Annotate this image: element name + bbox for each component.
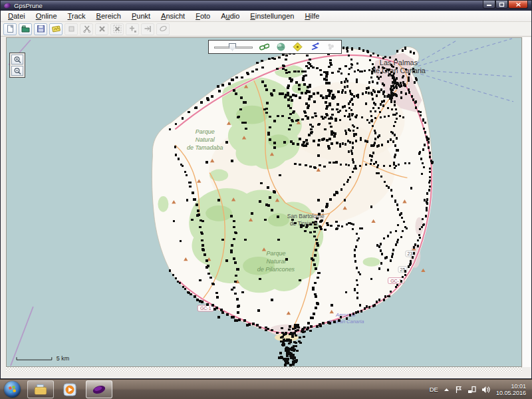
track-point[interactable] [311,131,313,134]
track-point[interactable] [286,354,289,357]
track-point[interactable] [317,303,319,305]
track-point[interactable] [412,256,414,259]
track-point[interactable] [353,134,356,137]
track-point[interactable] [312,221,315,224]
track-point[interactable] [320,74,323,76]
track-point[interactable] [358,47,361,50]
track-point[interactable] [340,316,342,319]
track-point[interactable] [270,92,273,95]
track-point[interactable] [312,66,315,69]
track-point[interactable] [354,165,357,168]
track-point[interactable] [282,68,285,70]
track-point[interactable] [380,76,382,78]
window-splitter[interactable] [6,367,522,372]
track-point[interactable] [382,104,385,107]
track-point[interactable] [282,342,285,344]
track-point[interactable] [310,317,313,319]
track-point[interactable] [241,76,243,79]
track-point[interactable] [424,144,426,146]
track-point[interactable] [303,75,305,78]
track-point[interactable] [410,187,413,190]
track-point[interactable] [307,322,310,325]
track-point[interactable] [303,83,306,86]
track-point[interactable] [402,116,405,119]
track-point[interactable] [285,55,288,57]
track-point[interactable] [351,113,354,116]
track-point[interactable] [394,121,397,124]
track-point[interactable] [378,66,380,68]
track-point[interactable] [199,279,201,282]
track-point[interactable] [366,50,369,53]
track-point[interactable] [205,161,208,164]
track-point[interactable] [175,277,178,280]
track-point[interactable] [422,218,424,221]
track-point[interactable] [305,164,307,167]
track-point[interactable] [403,221,406,223]
track-point[interactable] [257,309,260,312]
track-point[interactable] [233,89,235,92]
track-point[interactable] [288,71,291,74]
track-point[interactable] [394,100,396,103]
track-point[interactable] [315,295,317,298]
track-point[interactable] [400,82,402,84]
menu-bereich[interactable]: Bereich [91,11,126,21]
track-point[interactable] [404,47,407,49]
track-point[interactable] [297,70,300,73]
track-point[interactable] [426,202,429,205]
track-point[interactable] [383,67,386,70]
track-point[interactable] [428,182,431,184]
track-point[interactable] [315,227,318,229]
track-point[interactable] [370,92,373,94]
track-point[interactable] [382,57,385,60]
track-point[interactable] [324,128,327,131]
track-point[interactable] [244,101,247,104]
track-point[interactable] [266,102,269,104]
track-point[interactable] [201,301,203,303]
track-point[interactable] [402,49,404,52]
track-point[interactable] [314,254,317,257]
track-point[interactable] [392,94,395,96]
track-point[interactable] [338,319,340,322]
track-point[interactable] [313,100,316,103]
track-point[interactable] [345,291,348,294]
track-point[interactable] [299,279,301,282]
track-point[interactable] [361,227,364,230]
track-point[interactable] [196,214,199,217]
track-point[interactable] [352,161,355,164]
track-point[interactable] [348,102,350,105]
track-point[interactable] [395,230,398,233]
track-point[interactable] [269,116,271,118]
track-point[interactable] [321,209,324,212]
slider-thumb[interactable] [229,43,236,51]
track-point[interactable] [310,325,313,328]
track-point[interactable] [333,135,336,138]
track-point[interactable] [324,229,327,231]
track-point[interactable] [317,277,319,279]
track-point[interactable] [348,128,350,131]
track-point[interactable] [271,209,273,211]
track-point[interactable] [396,50,399,53]
track-point[interactable] [378,107,380,110]
track-point[interactable] [386,95,389,98]
track-point[interactable] [207,98,209,101]
track-point[interactable] [331,118,333,120]
track-point[interactable] [209,277,212,279]
track-point[interactable] [322,118,325,120]
map-opacity-slider[interactable] [214,43,253,51]
track-point[interactable] [364,307,366,310]
track-point[interactable] [303,336,305,338]
track-point[interactable] [384,295,387,298]
show-photos-button[interactable] [325,42,336,52]
track-point[interactable] [394,81,396,84]
track-point[interactable] [179,282,182,285]
track-point[interactable] [178,158,180,160]
track-point[interactable] [244,122,247,124]
track-point[interactable] [292,328,295,331]
track-point[interactable] [353,95,356,98]
track-point[interactable] [306,90,309,93]
track-point[interactable] [215,292,218,295]
track-point[interactable] [277,239,280,241]
track-point[interactable] [289,364,292,366]
track-point[interactable] [330,126,332,128]
track-point[interactable] [289,124,292,127]
